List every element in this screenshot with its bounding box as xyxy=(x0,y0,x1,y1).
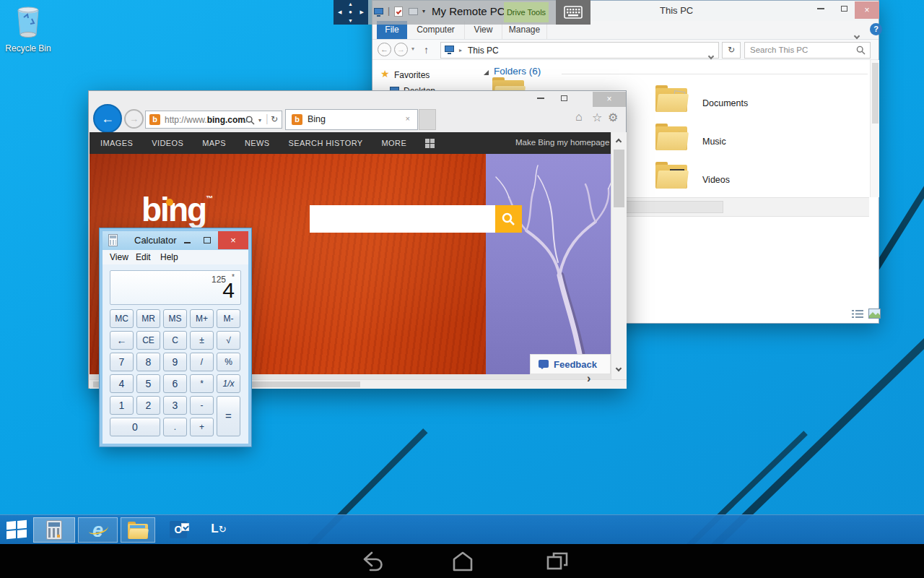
explorer-help-button[interactable]: ? xyxy=(870,23,882,35)
minimize-icon[interactable] xyxy=(184,242,191,243)
quick-access-newfolder-icon[interactable] xyxy=(409,8,418,15)
quick-access-dropdown-icon[interactable]: ▾ xyxy=(422,8,425,14)
key-mplus[interactable]: M+ xyxy=(190,309,214,328)
key-multiply[interactable]: * xyxy=(190,374,214,393)
ie-vertical-scrollbar[interactable] xyxy=(611,132,627,379)
taskbar-item-file-explorer[interactable] xyxy=(121,517,155,543)
explorer-up-button[interactable]: ↑ xyxy=(424,44,429,56)
recycle-bin-shortcut[interactable]: Recycle Bin xyxy=(4,6,52,53)
scroll-up-icon[interactable] xyxy=(616,139,622,144)
key-5[interactable]: 5 xyxy=(136,374,160,393)
scrollbar-thumb[interactable] xyxy=(872,63,879,124)
ribbon-tab-drive-tools[interactable]: Drive Tools xyxy=(504,2,549,22)
key-2[interactable]: 2 xyxy=(136,396,160,415)
key-8[interactable]: 8 xyxy=(136,353,160,371)
explorer-close-button[interactable]: × xyxy=(855,1,879,19)
maximize-icon[interactable] xyxy=(204,237,211,243)
remote-pan-control[interactable]: ▲ ▼ ◀ ▶ ● xyxy=(334,0,368,25)
key-divide[interactable]: / xyxy=(190,353,214,371)
bing-nav-videos[interactable]: VIDEOS xyxy=(152,139,183,147)
android-recents-button[interactable] xyxy=(544,550,570,573)
menu-help[interactable]: Help xyxy=(160,252,178,262)
ie-minimize-button[interactable] xyxy=(531,91,551,108)
breadcrumb[interactable]: This PC xyxy=(468,46,499,56)
home-icon[interactable]: ⌂ xyxy=(575,111,583,124)
taskbar-item-internet-explorer[interactable]: e xyxy=(78,517,118,543)
address-dropdown-button[interactable] xyxy=(709,48,713,61)
key-0[interactable]: 0 xyxy=(110,418,160,436)
key-percent[interactable]: % xyxy=(217,353,240,371)
key-7[interactable]: 7 xyxy=(110,353,134,371)
bing-nav-images[interactable]: IMAGES xyxy=(100,139,133,147)
key-3[interactable]: 3 xyxy=(163,396,187,415)
details-view-button[interactable] xyxy=(852,309,863,319)
scrollbar-thumb[interactable] xyxy=(614,150,624,207)
key-backspace[interactable]: ← xyxy=(110,331,134,350)
ie-tab-bing[interactable]: b Bing × xyxy=(285,109,418,130)
folders-group-header[interactable]: Folders (6) xyxy=(494,66,541,77)
ie-new-tab-button[interactable] xyxy=(419,109,436,130)
explorer-maximize-button[interactable] xyxy=(833,1,855,19)
folder-label-videos[interactable]: Videos xyxy=(702,175,730,185)
scroll-down-icon[interactable] xyxy=(616,366,622,371)
explorer-back-button[interactable]: ← xyxy=(378,43,391,56)
gear-icon[interactable]: ⚙ xyxy=(608,111,618,124)
sidebar-item-favorites[interactable]: Favorites xyxy=(394,70,430,80)
key-decimal[interactable]: . xyxy=(163,418,187,436)
search-icon[interactable] xyxy=(245,116,255,125)
key-plus[interactable]: + xyxy=(190,418,214,436)
key-1[interactable]: 1 xyxy=(110,396,134,415)
android-home-button[interactable] xyxy=(450,550,475,573)
bing-search-button[interactable] xyxy=(495,205,522,233)
bing-nav-maps[interactable]: MAPS xyxy=(202,139,226,147)
documents-folder-icon[interactable] xyxy=(655,88,687,112)
bing-nav-more[interactable]: MORE xyxy=(382,139,407,147)
menu-view[interactable]: View xyxy=(110,252,128,262)
folders-collapse-icon[interactable] xyxy=(484,70,489,75)
thumbnail-view-button[interactable] xyxy=(868,309,881,319)
key-9[interactable]: 9 xyxy=(163,353,187,371)
address-dropdown-icon[interactable]: ▾ xyxy=(258,117,261,124)
bing-nav-search-history[interactable]: SEARCH HISTORY xyxy=(289,139,363,147)
key-equals[interactable]: = xyxy=(217,396,240,436)
ie-address-bar[interactable]: b http://www.bing.com/ ▾ | ↻ xyxy=(145,111,282,129)
make-bing-homepage-link[interactable]: Make Bing my homepage xyxy=(515,138,609,147)
explorer-minimize-button[interactable] xyxy=(810,1,832,19)
taskbar-item-lync[interactable]: L↻ xyxy=(202,515,235,543)
tab-close-icon[interactable]: × xyxy=(406,114,410,123)
key-mminus[interactable]: M- xyxy=(217,309,240,328)
key-6[interactable]: 6 xyxy=(163,374,187,393)
explorer-vertical-scrollbar[interactable] xyxy=(870,60,879,197)
refresh-icon[interactable]: ↻ xyxy=(271,114,278,124)
key-ms[interactable]: MS xyxy=(163,309,187,328)
key-c[interactable]: C xyxy=(163,331,187,350)
remote-keyboard-button[interactable] xyxy=(556,0,590,25)
ie-forward-button[interactable]: → xyxy=(124,109,144,129)
ie-back-button[interactable]: ← xyxy=(93,104,122,133)
start-button[interactable] xyxy=(0,515,33,545)
hero-next-image-button[interactable]: › xyxy=(587,372,590,385)
explorer-refresh-button[interactable]: ↻ xyxy=(722,42,741,59)
bing-search-input[interactable] xyxy=(310,205,522,233)
key-reciprocal[interactable]: 1/x xyxy=(217,374,240,393)
key-sqrt[interactable]: √ xyxy=(217,331,240,350)
apps-grid-icon[interactable] xyxy=(425,139,435,148)
calculator-titlebar[interactable]: Calculator × xyxy=(103,231,248,250)
menu-edit[interactable]: Edit xyxy=(136,252,151,262)
bing-nav-news[interactable]: NEWS xyxy=(245,139,270,147)
taskbar-item-outlook[interactable]: O xyxy=(162,517,195,543)
favorites-star-icon[interactable]: ☆ xyxy=(592,111,602,124)
ie-close-button[interactable]: × xyxy=(593,92,626,107)
key-minus[interactable]: - xyxy=(190,396,214,415)
folder-label-documents[interactable]: Documents xyxy=(702,98,748,108)
explorer-search-box[interactable]: Search This PC xyxy=(744,42,871,59)
taskbar-item-calculator[interactable] xyxy=(33,517,75,543)
folder-label-music[interactable]: Music xyxy=(702,137,726,147)
key-mr[interactable]: MR xyxy=(136,309,160,328)
explorer-forward-button[interactable]: → xyxy=(394,43,408,56)
key-mc[interactable]: MC xyxy=(110,309,134,328)
videos-folder-icon[interactable] xyxy=(655,165,687,189)
ie-maximize-button[interactable] xyxy=(554,91,574,108)
android-back-button[interactable] xyxy=(358,550,383,573)
quick-access-properties-icon[interactable] xyxy=(394,7,403,17)
